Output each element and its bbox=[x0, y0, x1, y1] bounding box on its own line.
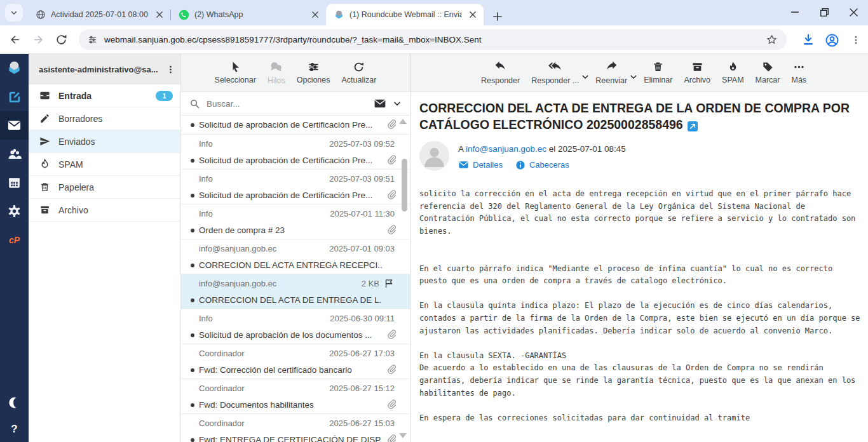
message-row[interactable]: info@sanjuan.gob.ec2025-07-01 09:03 CORR… bbox=[181, 239, 410, 274]
refresh-button[interactable]: Actualizar bbox=[341, 61, 378, 84]
minimize-button[interactable] bbox=[780, 0, 810, 24]
message-row-partial[interactable]: Solicitud de aprobación de Certificación… bbox=[181, 116, 410, 135]
folder-options-menu[interactable] bbox=[166, 65, 175, 74]
button-label: Hilos bbox=[268, 76, 285, 85]
scrollbar-thumb[interactable] bbox=[402, 159, 407, 211]
archive-icon bbox=[39, 204, 50, 215]
search-scope-mail-icon[interactable] bbox=[374, 97, 386, 110]
search-options-chevron-icon[interactable] bbox=[393, 99, 402, 108]
globe-icon bbox=[36, 10, 46, 20]
minimize-icon bbox=[791, 8, 799, 16]
compose-button[interactable] bbox=[0, 83, 29, 111]
unread-count-badge: 1 bbox=[156, 91, 173, 101]
calendar-nav-button[interactable] bbox=[0, 168, 29, 197]
dark-mode-toggle[interactable] bbox=[0, 388, 29, 417]
person-icon bbox=[419, 141, 449, 171]
tab-title: (1) Roundcube Webmail :: Envia bbox=[349, 10, 462, 19]
trash-icon bbox=[39, 182, 50, 192]
mail-nav-button[interactable] bbox=[0, 111, 29, 140]
site-settings-icon bbox=[88, 35, 97, 44]
select-button[interactable]: Seleccionar bbox=[214, 61, 257, 84]
button-label: Actualizar bbox=[342, 76, 377, 84]
downloads-button[interactable] bbox=[799, 30, 818, 50]
sidebar-item-papelera[interactable]: Papelera bbox=[29, 176, 180, 199]
message-row[interactable]: Info2025-06-30 09:11 Solicitud de aproba… bbox=[181, 309, 410, 344]
attachment-paperclip-icon bbox=[386, 119, 397, 133]
more-button[interactable]: Más bbox=[785, 61, 812, 84]
sidebar-item-borradores[interactable]: Borradores bbox=[29, 107, 180, 130]
message-sender: Info bbox=[199, 209, 330, 218]
browser-menu-button[interactable] bbox=[846, 30, 865, 50]
tab-close-icon[interactable] bbox=[154, 9, 165, 20]
trash-icon bbox=[652, 61, 664, 73]
back-button[interactable] bbox=[4, 29, 25, 50]
unread-dot bbox=[191, 298, 194, 302]
new-tab-button[interactable] bbox=[489, 8, 506, 25]
sidebar-item-enviados[interactable]: Enviados bbox=[29, 130, 180, 153]
message-date: 2025-07-03 09:51 bbox=[329, 174, 395, 184]
message-subject: Solicitud de aprobación de Certificación… bbox=[199, 156, 372, 165]
cpanel-button[interactable]: cP bbox=[0, 225, 29, 254]
settings-nav-button[interactable] bbox=[0, 197, 29, 225]
help-button[interactable]: ? bbox=[0, 417, 29, 442]
reply-all-button[interactable]: Responder ... bbox=[526, 60, 585, 85]
inbox-icon bbox=[39, 90, 50, 101]
url-text: webmail.sanjuan.gob.ec/cpsess8918591777/… bbox=[104, 35, 759, 44]
bookmark-star-icon[interactable] bbox=[766, 34, 778, 46]
forward-button[interactable] bbox=[27, 29, 49, 50]
recipient-address-link[interactable]: info@sanjuan.gob.ec bbox=[466, 144, 546, 154]
message-row[interactable]: Info2025-07-03 09:51 Solicitud de aproba… bbox=[181, 170, 410, 204]
reload-button[interactable] bbox=[50, 29, 72, 50]
flag-icon[interactable] bbox=[384, 278, 395, 289]
message-row-selected[interactable]: info@sanjuan.gob.ec 2 KB CORRECCION DEL … bbox=[181, 274, 410, 309]
headers-link[interactable]: Cabeceras bbox=[515, 160, 569, 170]
folder-label: Papelera bbox=[58, 182, 173, 192]
sidebar-item-archivo[interactable]: Archivo bbox=[29, 199, 180, 222]
threads-button[interactable]: Hilos bbox=[266, 60, 287, 85]
mark-button[interactable]: Marcar bbox=[750, 61, 786, 84]
message-row[interactable]: Coordinador2025-06-27 17:03 Fwd: Correcc… bbox=[181, 344, 410, 379]
tab-close-icon[interactable] bbox=[467, 9, 478, 20]
search-input[interactable] bbox=[207, 99, 367, 109]
contacts-nav-button[interactable] bbox=[0, 140, 29, 168]
archive-button[interactable]: Archivo bbox=[678, 61, 716, 84]
profile-button[interactable] bbox=[822, 30, 841, 50]
unread-dot bbox=[191, 264, 194, 267]
url-bar[interactable]: webmail.sanjuan.gob.ec/cpsess8918591777/… bbox=[79, 29, 787, 50]
message-row[interactable]: Info2025-07-01 11:30 Orden de compra # 2… bbox=[181, 204, 410, 239]
message-subject: Fwd: Corrección del certificado bancario bbox=[199, 365, 352, 375]
sidebar-item-entrada[interactable]: Entrada 1 bbox=[29, 84, 180, 107]
tab-bar: Actividad 2025-07-01 08:00:00 (2) WhatsA… bbox=[0, 0, 868, 25]
details-link[interactable]: Detalles bbox=[458, 159, 503, 170]
reply-button[interactable]: Responder bbox=[475, 60, 526, 85]
search-bar bbox=[181, 92, 410, 116]
tab-search-button[interactable] bbox=[5, 4, 23, 22]
sender-avatar bbox=[419, 141, 449, 171]
forward-message-button[interactable]: Reenviar bbox=[590, 60, 633, 85]
open-in-new-window-icon[interactable] bbox=[688, 121, 698, 131]
tab-roundcube-active[interactable]: (1) Roundcube Webmail :: Envia bbox=[326, 4, 484, 25]
message-row[interactable]: Info2025-07-03 09:52 Solicitud de aproba… bbox=[181, 135, 410, 170]
attachment-paperclip-icon bbox=[386, 364, 397, 378]
message-row[interactable]: Coordinador2025-06-27 15:03 Fwd: ENTREGA… bbox=[181, 414, 410, 442]
delete-button[interactable]: Eliminar bbox=[638, 61, 678, 84]
unread-dot bbox=[191, 438, 194, 442]
tab-close-icon[interactable] bbox=[309, 9, 321, 20]
reply-icon bbox=[494, 60, 507, 74]
reading-pane: Responder Responder ... Reenviar Elimina… bbox=[410, 54, 868, 442]
close-button[interactable] bbox=[839, 0, 868, 24]
options-button[interactable]: Opciones bbox=[295, 61, 332, 84]
roundcube-logo bbox=[0, 54, 29, 83]
message-row[interactable]: Coordinador2025-06-27 15:12 Fwd: Documen… bbox=[181, 379, 410, 414]
spam-button[interactable]: SPAM bbox=[716, 61, 750, 84]
reply-all-menu-caret[interactable] bbox=[582, 70, 588, 82]
scrollbar-down-arrow[interactable] bbox=[399, 433, 407, 438]
tab-whatsapp[interactable]: (2) WhatsApp bbox=[171, 4, 326, 25]
forward-menu-caret[interactable] bbox=[630, 70, 637, 82]
tab-actividad[interactable]: Actividad 2025-07-01 08:00:00 bbox=[28, 4, 170, 25]
sidebar-item-spam[interactable]: SPAM bbox=[29, 153, 180, 176]
list-toolbar: Seleccionar Hilos Opciones Actualizar bbox=[181, 54, 410, 92]
scrollbar-up-arrow[interactable] bbox=[399, 119, 407, 124]
restore-button[interactable] bbox=[810, 0, 839, 24]
unread-dot bbox=[191, 194, 194, 198]
